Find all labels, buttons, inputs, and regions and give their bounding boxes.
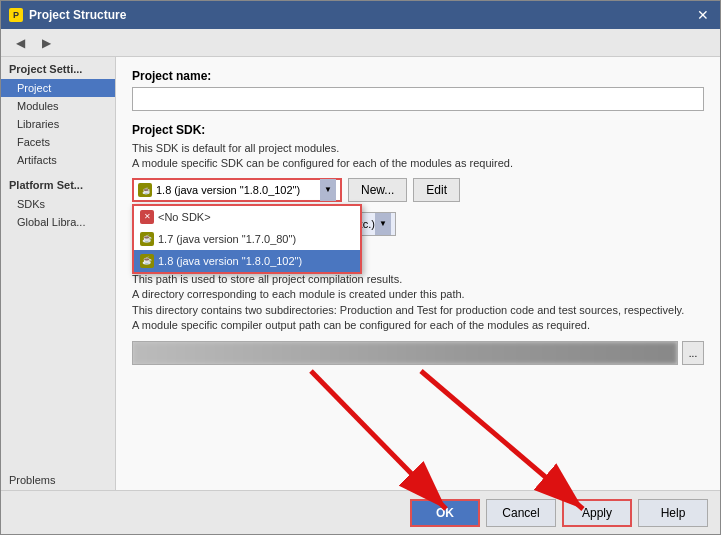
forward-button[interactable]: ▶ xyxy=(35,32,57,54)
sidebar-item-project[interactable]: Project xyxy=(1,79,115,97)
window-icon: P xyxy=(9,8,23,22)
lang-dropdown-arrow: ▼ xyxy=(375,213,391,235)
sidebar-item-artifacts[interactable]: Artifacts xyxy=(1,151,115,169)
sdk-dropdown[interactable]: ☕ 1.8 (java version "1.8.0_102") ▼ xyxy=(132,178,342,202)
project-name-input[interactable] xyxy=(132,87,704,111)
no-sdk-icon: ✕ xyxy=(140,210,154,224)
cancel-button[interactable]: Cancel xyxy=(486,499,556,527)
ok-button[interactable]: OK xyxy=(410,499,480,527)
bottom-bar: OK Cancel Apply Help xyxy=(1,490,720,534)
compiler-section: Project compiler output: This path is us… xyxy=(132,254,704,478)
window-title: Project Structure xyxy=(29,8,694,22)
sdk-dropdown-menu: ✕ <No SDK> ☕ 1.7 (java version "1.7.0_80… xyxy=(132,204,362,274)
close-button[interactable]: ✕ xyxy=(694,6,712,24)
sdk-dropdown-wrapper: ☕ 1.8 (java version "1.8.0_102") ▼ ✕ <No… xyxy=(132,178,342,202)
compiler-description: This path is used to store all project c… xyxy=(132,272,704,334)
sdk-description: This SDK is default for all project modu… xyxy=(132,141,704,172)
help-button[interactable]: Help xyxy=(638,499,708,527)
project-structure-window: P Project Structure ✕ ◀ ▶ Project Setti.… xyxy=(0,0,721,535)
sdk-selected-label: 1.8 (java version "1.8.0_102") xyxy=(156,184,316,196)
svg-text:☕: ☕ xyxy=(142,186,150,195)
sdk-section: Project SDK: This SDK is default for all… xyxy=(132,123,704,246)
dropdown-no-sdk[interactable]: ✕ <No SDK> xyxy=(134,206,360,228)
sidebar-item-sdks[interactable]: SDKs xyxy=(1,195,115,213)
sidebar: Project Setti... Project Modules Librari… xyxy=(1,57,116,490)
sidebar-item-libraries[interactable]: Libraries xyxy=(1,115,115,133)
toolbar: ◀ ▶ xyxy=(1,29,720,57)
sidebar-item-modules[interactable]: Modules xyxy=(1,97,115,115)
dropdown-java17[interactable]: ☕ 1.7 (java version "1.7.0_80") xyxy=(134,228,360,250)
sdk-new-button[interactable]: New... xyxy=(348,178,407,202)
apply-button[interactable]: Apply xyxy=(562,499,632,527)
compiler-input-row: ... xyxy=(132,341,704,365)
sdk-dropdown-arrow: ▼ xyxy=(320,179,336,201)
project-name-label: Project name: xyxy=(132,69,704,83)
sidebar-item-global-libraries[interactable]: Global Libra... xyxy=(1,213,115,231)
sdk-icon: ☕ xyxy=(138,183,152,197)
browse-button[interactable]: ... xyxy=(682,341,704,365)
java17-icon: ☕ xyxy=(140,232,154,246)
main-layout: Project Setti... Project Modules Librari… xyxy=(1,57,720,490)
compiler-path-input[interactable] xyxy=(132,341,678,365)
sdk-row: ☕ 1.8 (java version "1.8.0_102") ▼ ✕ <No… xyxy=(132,178,704,202)
content-area: Project name: Project SDK: This SDK is d… xyxy=(116,57,720,490)
title-bar: P Project Structure ✕ xyxy=(1,1,720,29)
sdk-edit-button[interactable]: Edit xyxy=(413,178,460,202)
java18-icon: ☕ xyxy=(140,254,154,268)
dropdown-java18[interactable]: ☕ 1.8 (java version "1.8.0_102") xyxy=(134,250,360,272)
sidebar-item-problems[interactable]: Problems xyxy=(1,470,115,490)
project-settings-title: Project Setti... xyxy=(1,57,115,79)
sidebar-item-facets[interactable]: Facets xyxy=(1,133,115,151)
sdk-label: Project SDK: xyxy=(132,123,704,137)
back-button[interactable]: ◀ xyxy=(9,32,31,54)
platform-settings-title: Platform Set... xyxy=(1,173,115,195)
